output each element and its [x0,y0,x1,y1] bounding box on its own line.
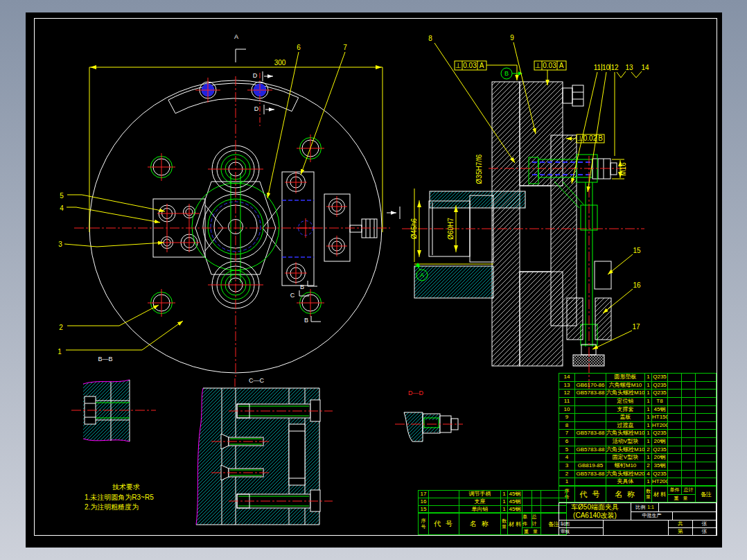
table-row: 13 GB6170-86 六角螺母M10 1 Q235 [559,382,716,390]
bom-cell-code [575,438,606,446]
bom-header-code: 代 号 [429,514,459,534]
tech-title: 技术要求 [112,483,140,491]
tol1-value: 0.03 [463,62,477,69]
dim-fit60: Ø60H7 [447,218,455,240]
table-row: 10 支撑套 1 45钢 [559,406,716,414]
bom-cell-code [575,374,606,381]
bom-cell-remark [696,382,716,390]
callout-16: 16 [633,281,641,289]
callout-9: 9 [510,34,514,42]
bom-cell-material: Q235 [652,446,668,454]
cad-canvas[interactable]: 300 [0,0,747,560]
bom-cell-unit-weight [522,491,532,498]
bom-cell-name: 六角头螺栓M20 [606,471,645,478]
bom-cell-code [429,498,459,505]
bom-cell-unit-weight [668,430,682,437]
mark-d-upper: D [253,72,258,79]
table-row: 3 GB819-85 螺钉M10 2 35钢 [559,462,716,471]
bom-cell-seq: 7 [559,430,575,437]
bom-cell-total-weight [532,498,541,505]
table-row: 6 活动V型块 1 20钢 [559,438,716,446]
bom-cell-material: HT200 [652,422,668,430]
batch-cell: 中批生产 [631,512,673,520]
table-row: 1 夹具体 1 HT200 [559,478,716,487]
bom-cell-seq: 8 [559,422,575,430]
bom-header-main: 序号 代 号 名 称 数量 材 料 单件总计 重 量 备注 [559,486,717,502]
label-dd: D—D [408,390,423,396]
bom-cell-qty: 4 [645,471,652,478]
bom-cell-total-weight [682,462,696,470]
bom-cell-code: GB6170-86 [575,382,606,390]
bom-cell-material: Q235 [652,374,668,381]
mark-b-lower: B [304,317,308,324]
bom-cell-seq: 2 [559,471,575,478]
bom-cell-qty: 1 [501,498,508,505]
table-row: 8 过渡盘 1 HT200 [559,422,716,430]
bom-cell-unit-weight [668,462,682,470]
bom-cell-qty: 1 [501,491,508,498]
callout-15: 15 [633,247,641,254]
bom-cell-seq: 6 [559,438,575,446]
bom-cell-material: Q235 [652,382,668,390]
section-cc [196,378,333,525]
callout-11: 11 [594,64,601,71]
bom-cell-total-weight [682,390,696,397]
bom-table-main: 14 圆形垫板 1 Q235 13 GB6170-86 六角螺母M10 1 Q2… [559,373,717,486]
bom-cell-total-weight [682,446,696,454]
bom-cell-total-weight [682,478,696,487]
tol1-datum: A [480,62,484,69]
bom-cell-seq: 11 [559,398,575,405]
callout-17: 17 [632,323,640,331]
bom-cell-qty: 1 [645,406,652,414]
tech-item-1: 1.未注明圆角为R3~R5 [85,493,154,501]
bom-cell-seq: 16 [419,498,429,505]
bom-cell-remark [696,471,716,478]
bom-cell-total-weight [532,491,541,498]
sheet-cells: 共张 第张 [669,520,716,535]
bom-cell-unit-weight [668,406,682,414]
bom-header-weight: 单件总计 重 量 [522,514,541,534]
callout-14: 14 [641,64,649,71]
bom-cell-total-weight [682,382,696,390]
datum-b-label: B [504,70,509,77]
bom-cell-qty: 1 [645,398,652,405]
bom-cell-remark [696,422,716,430]
table-row: 11 定位销 1 T8 [559,398,716,406]
bom-header-remark: 备注 [696,487,717,502]
bom-cell-code [575,406,606,414]
callout-8: 8 [428,35,432,42]
bom-cell-remark [696,414,716,421]
bom-cell-material: Q235 [652,430,668,437]
bom-cell-material: HT200 [652,478,668,487]
bom-cell-total-weight [682,414,696,421]
bom-cell-code: GB5783-88 [575,430,606,437]
bom-cell-seq: 9 [559,414,575,421]
bom-cell-qty: 1 [645,390,652,397]
bom-cell-name: 六角头螺栓M10 [606,446,645,454]
table-row: 7 GB5783-88 六角头螺栓M10 1 Q235 [559,430,716,438]
bom-cell-qty: 1 [645,438,652,446]
bom-cell-remark [696,438,716,446]
tol3-value: 0.02 [583,134,597,142]
callout-3: 3 [58,240,62,248]
bom-cell-qty: 2 [645,446,652,454]
callout-7: 7 [343,44,347,51]
mark-b-upper: B [300,283,304,290]
bom-cell-name: 圆形垫板 [606,374,645,381]
bom-header-continuation: 序号 代 号 名 称 数量 材 料 单件总计 重 量 备注 [418,513,567,535]
bom-header-weight: 单件总计 重 量 [668,487,696,502]
dim-fit45: Ø45h6 [410,218,418,239]
bom-cell-unit-weight [668,471,682,478]
tech-item-2: 2.为注明粗糙度为 [85,503,139,511]
bom-cell-unit-weight [668,374,682,381]
bom-cell-unit-weight [668,446,682,454]
bom-cell-code [429,491,459,498]
table-row: 12 GB5783-88 六角头螺栓M10 1 Q235 [559,390,716,398]
bom-cell-total-weight [682,471,696,478]
bom-cell-code: GB5783-88 [575,446,606,454]
bom-cell-code [575,422,606,430]
callout-6: 6 [297,44,301,51]
bom-cell-seq: 10 [559,406,575,414]
bom-cell-code [575,414,606,421]
bom-cell-material: 35钢 [652,462,668,470]
